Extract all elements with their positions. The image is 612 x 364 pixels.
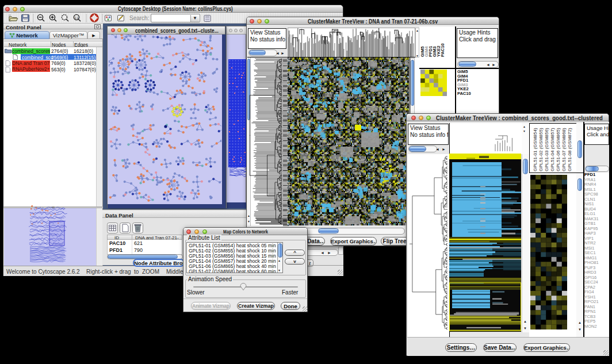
svg-text:GPL51-06 (GSM865): GPL51-06 (GSM865) [556, 128, 561, 171]
svg-text:GPL51-01 (GSM854): GPL51-01 (GSM854) [533, 128, 538, 171]
svg-text:GPL51-04 (GSM857): GPL51-04 (GSM857) [550, 128, 555, 171]
svg-text:GPL51-02 (GSM855): GPL51-02 (GSM855) [538, 128, 544, 171]
svg-text:GPL51-08 (GSM872): GPL51-08 (GSM872) [567, 128, 572, 171]
svg-text:PAC10: PAC10 [440, 43, 445, 57]
svg-text:GPL51-03 (GSM856): GPL51-03 (GSM856) [544, 128, 549, 171]
svg-text:GPL51-07 (GSM868): GPL51-07 (GSM868) [561, 128, 567, 171]
svg-text:1:1: 1:1 [75, 17, 79, 20]
